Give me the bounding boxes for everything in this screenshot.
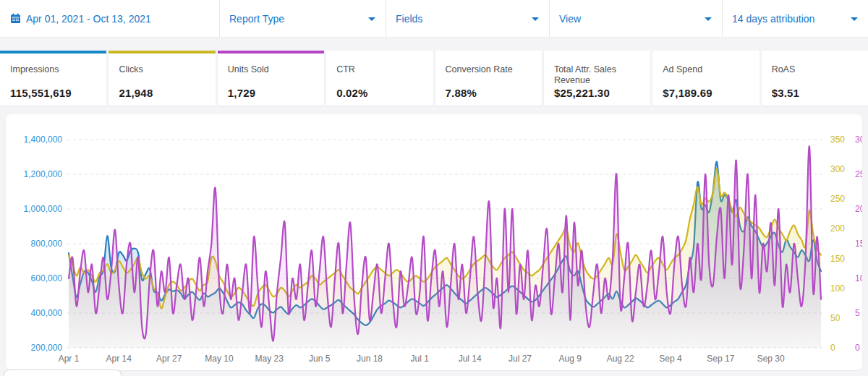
metric-value: $25,221.30 [554,87,650,99]
metric-value: 115,551,619 [10,87,106,99]
metric-card-ctr[interactable]: CTR 0.02% [326,51,433,106]
metric-value: 21,948 [119,87,215,99]
svg-text:150: 150 [830,254,845,264]
attribution-dropdown[interactable]: 14 days attribution [722,0,868,37]
metric-label: CTR [336,64,433,87]
svg-text:25: 25 [855,169,862,179]
svg-text:200,000: 200,000 [31,343,63,353]
svg-text:100: 100 [830,283,845,294]
metric-value: 0.02% [336,87,433,99]
svg-text:800,000: 800,000 [31,239,63,249]
chevron-down-icon [368,17,375,21]
metric-value: $7,189.69 [663,87,759,99]
svg-text:Aug 9: Aug 9 [559,354,582,364]
chevron-down-icon [532,17,539,21]
right-axis2-tick-labels: 051015202530 [855,134,862,353]
report-type-dropdown[interactable]: Report Type [219,0,386,37]
svg-text:Sep 17: Sep 17 [707,354,734,364]
metric-value: 1,729 [228,87,324,99]
svg-text:400,000: 400,000 [31,308,63,318]
svg-text:1,000,000: 1,000,000 [24,204,63,214]
svg-text:May 10: May 10 [205,354,234,364]
svg-text:1,200,000: 1,200,000 [24,169,63,179]
svg-text:15: 15 [855,239,862,249]
metric-label: RoAS [772,64,868,87]
svg-text:Aug 22: Aug 22 [607,354,634,364]
metric-label: Impressions [10,64,106,87]
svg-text:0: 0 [855,343,860,353]
svg-text:May 23: May 23 [255,354,284,364]
svg-text:Apr 14: Apr 14 [106,354,132,364]
svg-text:Sep 30: Sep 30 [757,354,785,364]
next-card-peek [4,369,122,376]
metric-label: Clicks [119,64,215,87]
series-units-sold [69,146,821,348]
svg-text:1,400,000: 1,400,000 [24,134,63,145]
view-dropdown[interactable]: View [549,0,722,37]
svg-text:50: 50 [830,313,841,323]
metric-label: Total Attr. Sales Revenue [554,64,650,87]
svg-text:300: 300 [830,164,845,174]
svg-text:250: 250 [830,194,845,204]
metric-card-total-attr-sales-revenue[interactable]: Total Attr. Sales Revenue $25,221.30 [544,51,650,106]
chevron-down-icon [705,17,712,21]
svg-text:10: 10 [855,273,862,283]
view-label: View [550,13,581,25]
right-axis1-tick-labels: 050100150200250300350 [830,134,845,353]
svg-text:200: 200 [830,223,845,234]
metric-value: 7.88% [446,87,542,99]
chevron-down-icon [851,17,858,21]
svg-text:Apr 27: Apr 27 [156,354,182,364]
calendar-icon [10,13,21,24]
attribution-label: 14 days attribution [723,13,814,25]
svg-text:20: 20 [855,204,862,214]
svg-text:Jun 18: Jun 18 [357,354,383,364]
left-axis-tick-labels: 200,000400,000600,000800,0001,000,0001,2… [24,134,63,353]
svg-text:5: 5 [855,308,860,318]
metric-label: Conversion Rate [446,64,542,87]
metric-value: $3.51 [772,87,868,99]
date-range-picker[interactable]: Apr 01, 2021 - Oct 13, 2021 [0,0,219,37]
fields-dropdown[interactable]: Fields [386,0,549,37]
metric-card-clicks[interactable]: Clicks 21,948 [109,51,215,106]
svg-text:600,000: 600,000 [31,273,63,283]
toolbar: Apr 01, 2021 - Oct 13, 2021 Report Type … [0,0,868,38]
time-series-chart[interactable]: 200,000400,000600,000800,0001,000,0001,2… [6,114,862,370]
svg-text:0: 0 [830,343,835,353]
svg-text:Jun 5: Jun 5 [309,354,331,364]
svg-text:Jul 27: Jul 27 [509,354,532,364]
metric-label: Units Sold [228,64,324,87]
metric-card-units-sold[interactable]: Units Sold 1,729 [218,51,324,106]
svg-text:30: 30 [855,134,862,145]
metric-label: Ad Spend [663,64,759,87]
svg-text:Jul 1: Jul 1 [411,354,430,364]
svg-text:Apr 1: Apr 1 [59,354,80,364]
report-type-label: Report Type [220,13,284,25]
time-series-chart-card: 200,000400,000600,000800,0001,000,0001,2… [6,114,862,370]
metric-card-roas[interactable]: RoAS $3.51 [762,51,868,106]
date-range-label: Apr 01, 2021 - Oct 13, 2021 [26,13,151,25]
metric-card-ad-spend[interactable]: Ad Spend $7,189.69 [652,51,759,106]
fields-label: Fields [386,13,422,25]
metric-cards-row: Impressions 115,551,619 Clicks 21,948 Un… [0,51,868,106]
metric-card-impressions[interactable]: Impressions 115,551,619 [0,51,106,106]
svg-text:350: 350 [830,134,845,145]
svg-text:Sep 4: Sep 4 [659,354,682,364]
x-axis-tick-labels: Apr 1Apr 14Apr 27May 10May 23Jun 5Jun 18… [59,354,785,364]
svg-text:Jul 14: Jul 14 [459,354,482,364]
metric-card-conversion-rate[interactable]: Conversion Rate 7.88% [435,51,542,106]
